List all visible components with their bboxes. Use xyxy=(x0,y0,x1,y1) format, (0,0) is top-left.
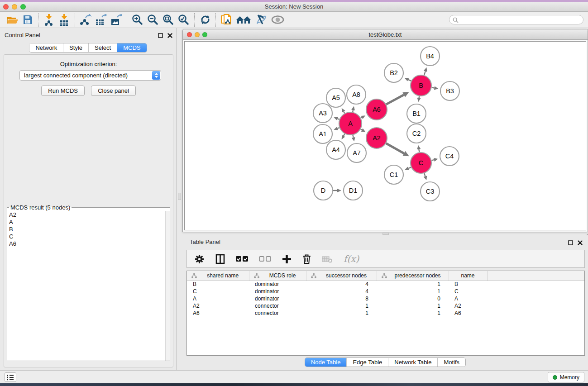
graph-edge-B-B2[interactable] xyxy=(408,80,411,81)
column-selector-icon[interactable] xyxy=(215,254,225,264)
function-builder-icon[interactable]: f(x) xyxy=(344,253,359,264)
add-column-icon[interactable] xyxy=(282,254,292,264)
graph-edge-A-A5[interactable] xyxy=(344,112,344,114)
zoom-in-icon[interactable] xyxy=(130,13,145,27)
search-input[interactable] xyxy=(449,15,583,24)
mcds-result-item[interactable]: A2 xyxy=(9,211,165,219)
table-cell: connector xyxy=(249,310,306,317)
float-panel-icon[interactable] xyxy=(158,32,163,40)
network-document-icon[interactable] xyxy=(219,13,234,27)
graph-edge-A-A3[interactable] xyxy=(338,119,339,119)
graph-node-label: A4 xyxy=(332,146,340,153)
graph-edge-B-B1[interactable] xyxy=(419,96,420,98)
import-network-icon[interactable] xyxy=(41,13,57,27)
toolbar-separator xyxy=(38,13,38,27)
table-row[interactable]: Adominator80A xyxy=(187,295,584,302)
table-cell: connector xyxy=(249,302,306,310)
criterion-dropdown-value: largest connected component (directed) xyxy=(24,72,128,79)
graph-edge-C-C2[interactable] xyxy=(419,149,419,152)
tab-node-table[interactable]: Node Table xyxy=(305,358,347,367)
select-all-icon[interactable] xyxy=(236,256,248,262)
result-list-scrollbar[interactable] xyxy=(165,211,170,361)
close-panel-button[interactable]: Close panel xyxy=(91,86,136,96)
graph-edge-B-B4[interactable] xyxy=(424,71,425,75)
table-row[interactable]: A6connector11A6 xyxy=(187,310,584,317)
close-panel-icon[interactable] xyxy=(167,32,172,40)
table-toolbar: f(x) xyxy=(186,250,585,268)
graph-edge-C-C3[interactable] xyxy=(424,173,425,176)
graph-node-label: C3 xyxy=(426,188,435,195)
close-panel-icon[interactable] xyxy=(578,239,583,247)
horizontal-splitter-handle[interactable] xyxy=(382,233,389,235)
table-cell: 0 xyxy=(377,295,449,302)
graph-edge-arrowhead xyxy=(351,106,355,110)
gear-icon[interactable] xyxy=(194,254,205,264)
table-row[interactable]: A2connector11A2 xyxy=(187,302,584,310)
vertical-splitter-handle[interactable] xyxy=(178,193,181,200)
birdseye-view-icon[interactable] xyxy=(268,13,287,27)
column-header-name[interactable]: name xyxy=(449,271,487,281)
graph-edge-A-A8[interactable] xyxy=(353,110,353,112)
tab-style[interactable]: Style xyxy=(63,43,88,52)
table-cell: 1 xyxy=(306,302,377,310)
memory-button[interactable]: Memory xyxy=(548,372,584,382)
export-image-icon[interactable] xyxy=(109,13,124,27)
graph-edge-A-A7[interactable] xyxy=(353,135,353,137)
column-header-filler xyxy=(487,271,584,281)
main-titlebar[interactable]: Session: New Session xyxy=(0,2,588,12)
tab-select[interactable]: Select xyxy=(88,43,117,52)
float-panel-icon[interactable] xyxy=(568,239,573,247)
graph-node-label: A2 xyxy=(373,134,381,142)
graph-edge-A-A4[interactable] xyxy=(344,134,345,136)
hide-annotations-icon[interactable] xyxy=(253,13,268,27)
import-table-icon[interactable] xyxy=(57,13,72,27)
network-canvas[interactable]: AA1A2A3A4A5A6A7A8BB1B2B3B4CC1C2C3C4DD1 xyxy=(184,41,586,230)
zoom-selected-icon[interactable] xyxy=(176,13,191,27)
graph-edge-arrowhead xyxy=(417,145,421,150)
delete-column-icon[interactable] xyxy=(302,254,311,264)
deselect-all-icon[interactable] xyxy=(259,256,271,262)
column-header-predecessor-nodes[interactable]: predecessor nodes xyxy=(377,271,449,281)
tab-edge-table[interactable]: Edge Table xyxy=(346,358,388,367)
export-table-icon[interactable] xyxy=(93,13,109,27)
network-window-titlebar[interactable]: testGlobe.txt xyxy=(183,29,588,40)
network-graph: AA1A2A3A4A5A6A7A8BB1B2B3B4CC1C2C3C4DD1 xyxy=(185,42,587,232)
graph-edge-A-A1[interactable] xyxy=(338,128,339,128)
criterion-dropdown[interactable]: largest connected component (directed) xyxy=(19,70,161,81)
status-list-button[interactable] xyxy=(5,372,16,382)
delete-table-icon[interactable] xyxy=(322,255,333,263)
graph-edge-B-B3[interactable] xyxy=(432,87,435,88)
tab-motifs[interactable]: Motifs xyxy=(437,358,465,367)
table-panel: Table Panel xyxy=(182,236,588,370)
graph-edge-C-C1[interactable] xyxy=(408,167,411,169)
network-window-title: testGlobe.txt xyxy=(183,31,588,38)
mcds-result-item[interactable]: B xyxy=(9,226,165,233)
graph-node-label: B3 xyxy=(446,87,454,95)
tab-network-table[interactable]: Network Table xyxy=(388,358,437,367)
run-mcds-button[interactable]: Run MCDS xyxy=(41,86,85,96)
graph-edge-C-C4[interactable] xyxy=(431,160,434,160)
mcds-result-item[interactable]: A xyxy=(9,219,165,226)
refresh-layout-icon[interactable] xyxy=(197,13,213,27)
graph-edge-A6-B[interactable] xyxy=(386,95,404,104)
open-session-icon[interactable] xyxy=(5,13,20,27)
zoom-out-icon[interactable] xyxy=(145,13,161,27)
zoom-fit-icon[interactable] xyxy=(161,13,176,27)
node-table: shared nameMCDS rolesuccessor nodesprede… xyxy=(186,271,585,356)
tab-mcds[interactable]: MCDS xyxy=(117,43,146,52)
graph-edge-A-A2[interactable] xyxy=(361,129,362,130)
home-icon[interactable] xyxy=(234,13,253,27)
graph-edge-A2-C[interactable] xyxy=(386,143,404,153)
export-network-icon[interactable] xyxy=(78,13,93,27)
list-icon xyxy=(7,374,14,381)
column-header-shared-name[interactable]: shared name xyxy=(187,271,249,281)
column-header-mcds-role[interactable]: MCDS role xyxy=(249,271,306,281)
table-row[interactable]: Bdominator41B xyxy=(187,281,584,288)
mcds-result-item[interactable]: C xyxy=(9,233,165,240)
column-header-successor-nodes[interactable]: successor nodes xyxy=(306,271,377,281)
table-row[interactable]: Cdominator41C xyxy=(187,288,584,295)
tab-network[interactable]: Network xyxy=(29,43,63,52)
save-session-icon[interactable] xyxy=(20,13,35,27)
mcds-result-item[interactable]: A6 xyxy=(9,240,165,248)
graph-edge-A-A6[interactable] xyxy=(361,117,362,118)
